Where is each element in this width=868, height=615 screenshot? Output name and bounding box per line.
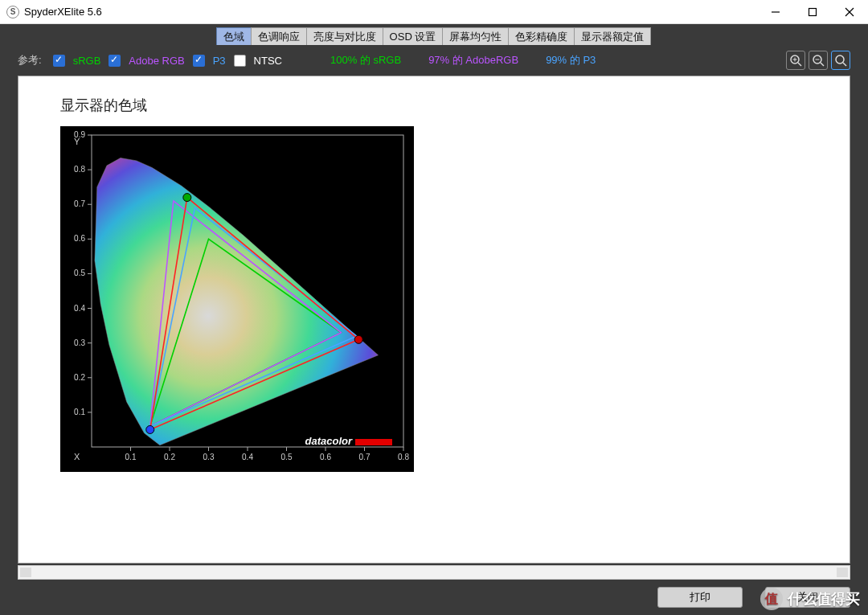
svg-point-51 [354, 335, 362, 343]
svg-line-9 [821, 63, 824, 66]
checkbox-srgb[interactable] [53, 55, 65, 67]
svg-line-12 [843, 63, 846, 66]
svg-text:0.5: 0.5 [74, 269, 85, 277]
reference-label: 参考: [18, 53, 42, 68]
content-area: 显示器的色域 0.10.20.30.40.50.60.70.80.10.20.3… [18, 76, 850, 564]
svg-text:0.5: 0.5 [281, 453, 293, 461]
footer-bar: 打印 关闭 [0, 580, 868, 615]
svg-text:0.2: 0.2 [74, 373, 85, 382]
svg-text:0.7: 0.7 [359, 453, 371, 461]
svg-text:0.2: 0.2 [164, 453, 175, 461]
app-shell: 色域 色调响应 亮度与对比度 OSD 设置 屏幕均匀性 色彩精确度 显示器额定值… [0, 24, 868, 615]
svg-text:datacolor: datacolor [305, 435, 352, 447]
svg-rect-54 [355, 439, 392, 445]
watermark-icon: 值 [760, 588, 783, 610]
svg-text:0.3: 0.3 [74, 338, 85, 347]
tab-bar: 色域 色调响应 亮度与对比度 OSD 设置 屏幕均匀性 色彩精确度 显示器额定值 [0, 24, 868, 45]
svg-point-53 [146, 425, 154, 433]
svg-point-52 [183, 194, 191, 202]
svg-text:0.8: 0.8 [74, 165, 85, 174]
svg-line-5 [798, 63, 801, 66]
tab-brightness-contrast[interactable]: 亮度与对比度 [306, 27, 383, 45]
svg-text:Y: Y [74, 137, 80, 146]
checkbox-adobergb[interactable] [108, 55, 121, 67]
tab-color-accuracy[interactable]: 色彩精确度 [508, 27, 575, 45]
svg-rect-1 [809, 8, 817, 15]
window-titlebar: S SpyderXElite 5.6 [0, 0, 868, 24]
tab-uniformity[interactable]: 屏幕均匀性 [442, 27, 509, 45]
ref-ntsc[interactable]: NTSC [254, 55, 282, 67]
zoom-in-icon [789, 54, 802, 67]
measure-p3: 99% 的 P3 [546, 53, 596, 68]
app-icon: S [6, 6, 19, 18]
watermark: 值 什么值得买 [760, 588, 860, 610]
zoom-in-button[interactable] [786, 51, 805, 70]
window-close-button[interactable] [831, 0, 868, 24]
ref-adobergb[interactable]: Adobe RGB [129, 55, 184, 67]
gamut-chart: 0.10.20.30.40.50.60.70.80.10.20.30.40.50… [60, 126, 414, 472]
svg-text:0.7: 0.7 [74, 199, 85, 208]
window-minimize-button[interactable] [757, 0, 794, 24]
svg-text:0.1: 0.1 [125, 453, 137, 461]
chart-heading: 显示器的色域 [60, 96, 808, 115]
svg-text:0.3: 0.3 [203, 453, 215, 461]
ref-p3[interactable]: P3 [213, 55, 226, 67]
print-button[interactable]: 打印 [657, 587, 743, 608]
svg-point-11 [836, 55, 844, 64]
svg-text:0.6: 0.6 [74, 234, 85, 243]
horizontal-scrollbar[interactable] [18, 565, 850, 580]
tab-tone-response[interactable]: 色调响应 [251, 27, 307, 45]
tab-osd-settings[interactable]: OSD 设置 [383, 27, 444, 45]
measure-srgb: 100% 的 sRGB [330, 53, 401, 68]
checkbox-ntsc[interactable] [234, 55, 246, 67]
measure-adobergb: 97% 的 AdobeRGB [428, 53, 518, 68]
tab-display-rating[interactable]: 显示器额定值 [574, 27, 651, 45]
window-maximize-button[interactable] [794, 0, 831, 24]
svg-text:0.8: 0.8 [398, 453, 409, 461]
zoom-reset-button[interactable] [831, 51, 850, 70]
svg-text:0.4: 0.4 [74, 304, 85, 313]
svg-text:0.1: 0.1 [74, 408, 85, 416]
magnifier-icon [834, 54, 847, 67]
checkbox-p3[interactable] [193, 55, 205, 67]
ref-srgb[interactable]: sRGB [73, 55, 101, 67]
window-title: SpyderXElite 5.6 [24, 6, 102, 18]
tab-gamut[interactable]: 色域 [216, 27, 252, 45]
zoom-out-button[interactable] [809, 51, 828, 70]
watermark-text: 什么值得买 [788, 589, 860, 609]
svg-text:0.6: 0.6 [320, 453, 331, 461]
svg-text:X: X [74, 452, 80, 461]
svg-text:0.4: 0.4 [242, 453, 253, 461]
reference-bar: 参考: sRGB Adobe RGB P3 NTSC 100% 的 sRGB 9… [0, 45, 868, 76]
zoom-out-icon [812, 54, 825, 67]
